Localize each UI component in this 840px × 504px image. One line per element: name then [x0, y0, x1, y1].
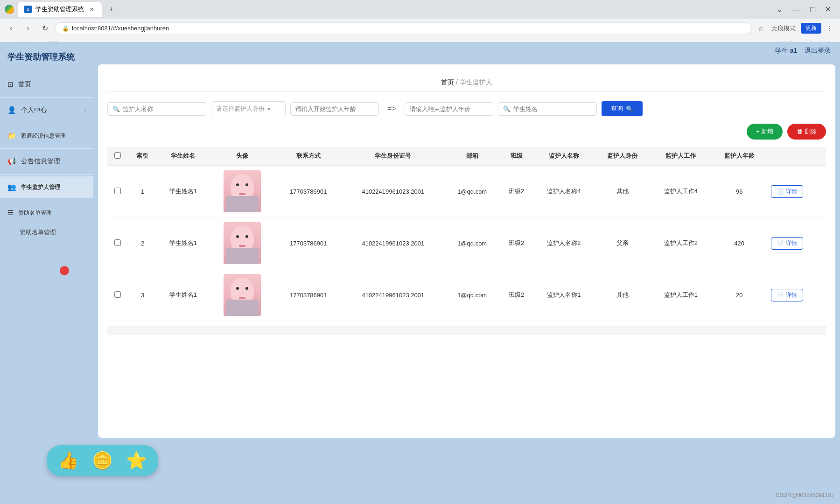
search-icon: 🔍 [112, 105, 120, 112]
age-range-arrow: => [387, 105, 396, 113]
announcement-icon: 📢 [7, 157, 16, 166]
row-select-checkbox[interactable] [114, 239, 121, 246]
reaction-bar: 👍 🪙 ⭐ [47, 445, 158, 476]
sidebar-item-family[interactable]: 📁 家庭经济信息管理 [0, 125, 93, 147]
row-index: 3 [128, 269, 157, 321]
horizontal-scrollbar[interactable] [107, 326, 826, 335]
th-checkbox [107, 147, 128, 165]
th-email: 邮箱 [445, 147, 499, 165]
home-icon: ⊡ [7, 80, 14, 89]
address-bar[interactable]: 🔒 localhost:8081/#/xueshengjianhuren [55, 22, 752, 34]
new-tab-button[interactable]: + [105, 3, 118, 15]
divider-3 [0, 148, 93, 149]
sidebar-item-announcement[interactable]: 📢 公告信息管理 [0, 151, 93, 172]
guardian-name-input[interactable] [123, 105, 201, 112]
age-end-input[interactable] [410, 105, 488, 112]
search-button[interactable]: 查询 🔍 [602, 101, 643, 116]
tab-close-button[interactable]: ✕ [88, 6, 95, 13]
forward-button[interactable]: › [21, 22, 35, 35]
row-checkbox[interactable] [107, 217, 128, 269]
row-select-checkbox[interactable] [114, 188, 121, 194]
main-content: 首页 / 学生监护人 🔍 请选择监护人身份 ▾ [93, 60, 840, 504]
update-button[interactable]: 更新 [801, 23, 821, 34]
guardian-name-search[interactable]: 🔍 [107, 102, 206, 116]
data-table: 索引 学生姓名 头像 联系方式 学生身份证号 邮箱 班级 监护人名称 监护人身份… [107, 147, 826, 321]
row-checkbox[interactable] [107, 269, 128, 321]
detail-button[interactable]: 📄 详情 [771, 237, 803, 250]
sidebar: 学生资助管理系统 ⊡ 首页 👤 个人中心 › 📁 家庭经济信息管理 📢 公告信息… [0, 42, 93, 504]
age-end-search[interactable] [405, 102, 493, 116]
student-name-input[interactable] [513, 105, 592, 112]
profile-icon[interactable]: 无痕模式 [769, 23, 798, 34]
age-start-search[interactable] [290, 102, 379, 116]
right-panel: 学生 a1 退出登录 首页 / 学生监护人 🔍 [93, 42, 840, 504]
back-button[interactable]: ‹ [5, 22, 18, 35]
guardian-icon: 👥 [7, 183, 16, 191]
row-avatar [209, 217, 275, 269]
sidebar-item-guardian[interactable]: 👥 学生监护人管理 [0, 176, 93, 198]
row-contact: 17703786901 [275, 217, 341, 269]
row-guardian-age: 96 [711, 165, 767, 217]
document-icon: 📄 [777, 188, 784, 195]
row-guardian-age: 420 [711, 217, 767, 269]
title-bar: S 学生资助管理系统 ✕ + ⌄ — □ ✕ [0, 0, 840, 19]
refresh-button[interactable]: ↻ [38, 22, 51, 35]
chevron-down-icon[interactable]: ⌄ [772, 3, 787, 15]
app-logo: 学生资助管理系统 [0, 42, 93, 74]
close-window-button[interactable]: ✕ [821, 3, 835, 15]
bookmark-star-icon[interactable]: ☆ [756, 23, 766, 34]
sidebar-submenu-item-aid[interactable]: 资助名单管理 [0, 224, 93, 241]
minimize-button[interactable]: — [789, 4, 805, 15]
action-bar: + 新增 🗑 删除 [107, 124, 826, 140]
row-class: 班级2 [499, 269, 533, 321]
row-guardian-age: 20 [711, 269, 767, 321]
logout-button[interactable]: 退出登录 [805, 47, 831, 55]
search-btn-label: 查询 [611, 105, 623, 113]
row-guardian-id: 其他 [595, 269, 651, 321]
breadcrumb-home[interactable]: 首页 [441, 78, 454, 86]
age-start-input[interactable] [295, 105, 374, 112]
th-index: 索引 [128, 147, 157, 165]
folder-icon-3: 📁 [7, 132, 16, 140]
row-detail[interactable]: 📄 详情 [767, 269, 826, 321]
coin-button[interactable]: 🪙 [92, 451, 113, 470]
select-all-checkbox[interactable] [114, 152, 121, 159]
chevron-right-icon: › [84, 107, 86, 113]
extensions-icon[interactable]: ⋮ [824, 23, 835, 34]
guardian-id-placeholder: 请选择监护人身份 [216, 105, 265, 113]
top-bar: 学生 a1 退出登录 [93, 42, 840, 60]
row-guardian-id: 父亲 [595, 217, 651, 269]
row-detail[interactable]: 📄 详情 [767, 217, 826, 269]
row-select-checkbox[interactable] [114, 291, 121, 298]
active-tab[interactable]: S 学生资助管理系统 ✕ [18, 2, 102, 17]
row-contact: 17703786901 [275, 269, 341, 321]
student-name-search[interactable]: 🔍 [498, 102, 597, 116]
detail-button[interactable]: 📄 详情 [771, 289, 803, 301]
row-index: 2 [128, 217, 157, 269]
row-contact: 17703786901 [275, 165, 341, 217]
sidebar-item-aid-list[interactable]: ☰ 资助名单管理 [0, 202, 93, 224]
add-button[interactable]: + 新增 [747, 124, 783, 140]
row-student-name: 学生姓名1 [157, 165, 209, 217]
app-container: 学生资助管理系统 ⊡ 首页 👤 个人中心 › 📁 家庭经济信息管理 📢 公告信息… [0, 42, 840, 504]
maximize-button[interactable]: □ [806, 4, 819, 15]
dropdown-icon: ▾ [267, 105, 271, 112]
row-guardian-name: 监护人名称2 [533, 217, 595, 269]
row-checkbox[interactable] [107, 165, 128, 217]
row-guardian-work: 监护人工作4 [651, 165, 712, 217]
row-student-name: 学生姓名1 [157, 217, 209, 269]
th-guardian-work: 监护人工作 [651, 147, 712, 165]
detail-button[interactable]: 📄 详情 [771, 185, 803, 198]
th-action [767, 147, 826, 165]
delete-button[interactable]: 🗑 删除 [787, 124, 826, 140]
th-student-name: 学生姓名 [157, 147, 209, 165]
content-card: 首页 / 学生监护人 🔍 请选择监护人身份 ▾ [98, 64, 835, 438]
guardian-id-select[interactable]: 请选择监护人身份 ▾ [211, 101, 286, 116]
sidebar-item-home[interactable]: ⊡ 首页 [0, 74, 93, 95]
sidebar-item-profile[interactable]: 👤 个人中心 › [0, 99, 93, 121]
star-button[interactable]: ⭐ [126, 451, 147, 470]
row-detail[interactable]: 📄 详情 [767, 165, 826, 217]
th-avatar: 头像 [209, 147, 275, 165]
breadcrumb: 首页 / 学生监护人 [107, 74, 826, 92]
like-button[interactable]: 👍 [58, 451, 79, 470]
